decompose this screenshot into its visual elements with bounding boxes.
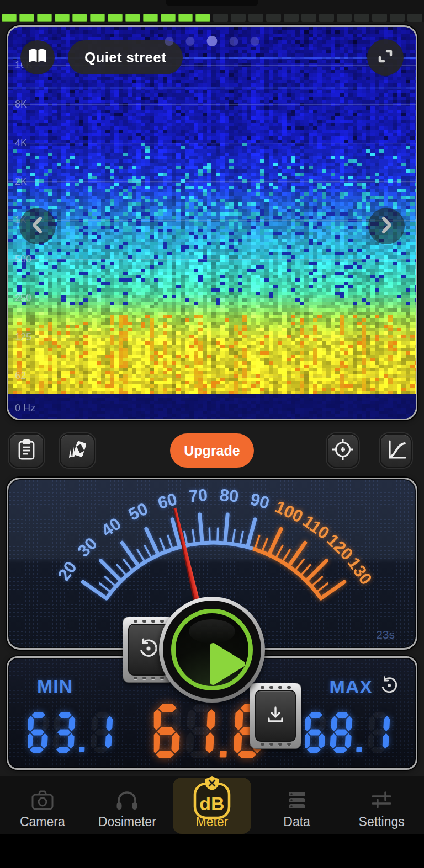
- min-label: MIN: [37, 676, 73, 697]
- led-segment: [266, 14, 281, 22]
- led-segment: [161, 14, 176, 22]
- tab-meter[interactable]: dB Meter: [169, 776, 255, 834]
- freq-label: 125: [15, 331, 31, 343]
- calibration-button[interactable]: [327, 433, 359, 468]
- tab-settings[interactable]: Settings: [339, 776, 424, 834]
- perforation: [250, 686, 301, 689]
- page-indicator: [165, 36, 259, 46]
- elapsed-time: 23s: [376, 628, 395, 641]
- play-icon: [208, 642, 247, 688]
- min-value-display: [28, 712, 119, 756]
- reset-max-icon[interactable]: [379, 676, 399, 698]
- led-segment: [37, 14, 52, 22]
- freq-label: 250: [15, 292, 31, 304]
- page-dot[interactable]: [186, 37, 195, 46]
- spectrogram-canvas[interactable]: [8, 27, 416, 419]
- led-segment: [301, 14, 316, 22]
- tab-label: Settings: [359, 815, 405, 829]
- download-icon: [265, 704, 286, 727]
- freq-label: 500: [15, 254, 31, 265]
- play-button-green-ring: [171, 609, 253, 690]
- freq-label: 4K: [15, 137, 27, 149]
- response-curve-button[interactable]: [380, 433, 412, 468]
- restore-icon: [137, 637, 160, 662]
- led-segment: [213, 14, 228, 22]
- led-segment: [248, 14, 263, 22]
- camera-icon: [30, 786, 55, 815]
- led-segment: [407, 14, 422, 22]
- perforation: [250, 743, 301, 746]
- led-segment: [72, 14, 87, 22]
- tab-dosimeter[interactable]: Dosimeter: [85, 776, 170, 834]
- tab-camera[interactable]: Camera: [0, 776, 85, 834]
- svg-text:80: 80: [219, 485, 239, 506]
- led-segment: [125, 14, 140, 22]
- led-segment: [143, 14, 158, 22]
- page-dot[interactable]: [165, 37, 174, 46]
- expand-icon: [376, 47, 395, 68]
- level-led-strip: [0, 13, 424, 22]
- environment-title: Quiet street: [84, 49, 166, 66]
- svg-text:90: 90: [248, 489, 272, 513]
- page-dot[interactable]: [230, 37, 239, 46]
- svg-text:110: 110: [299, 511, 333, 543]
- led-segment: [231, 14, 246, 22]
- sliders-icon: [369, 786, 394, 815]
- svg-text:100: 100: [272, 497, 306, 527]
- led-segment: [19, 14, 34, 22]
- spectrogram-panel: 16K8K4K2K1K50025012562 0 Hz Quiet street: [7, 25, 417, 420]
- freq-label-zero: 0 Hz: [15, 403, 35, 414]
- chevron-left-icon: [29, 215, 46, 237]
- max-group: MAX: [329, 676, 399, 698]
- svg-text:40: 40: [98, 514, 124, 540]
- tab-bar: Camera Dosimeter dB Meter Data Setting: [0, 776, 424, 834]
- play-button-gloss: [189, 619, 235, 644]
- environments-button[interactable]: [20, 40, 55, 74]
- led-segment: [390, 14, 405, 22]
- upgrade-button[interactable]: Upgrade: [170, 433, 254, 468]
- led-segment: [372, 14, 387, 22]
- upgrade-label: Upgrade: [184, 443, 240, 459]
- page-dot[interactable]: [251, 37, 259, 46]
- led-segment: [195, 14, 210, 22]
- data-stack-icon: [285, 786, 309, 815]
- tab-data[interactable]: Data: [255, 776, 340, 834]
- freq-label: 2K: [15, 176, 27, 187]
- max-label: MAX: [329, 676, 373, 698]
- target-icon: [331, 438, 354, 463]
- svg-text:20: 20: [54, 558, 81, 584]
- svg-text:70: 70: [188, 485, 208, 506]
- page-dot[interactable]: [207, 36, 218, 46]
- led-segment: [319, 14, 334, 22]
- led-segment: [108, 14, 123, 22]
- svg-text:30: 30: [74, 534, 101, 561]
- report-button[interactable]: [9, 433, 44, 468]
- freq-label: 8K: [15, 99, 27, 110]
- previous-page-button[interactable]: [19, 208, 56, 244]
- freq-label: 62: [15, 370, 26, 382]
- tab-label: Data: [283, 815, 310, 829]
- open-book-icon: [28, 48, 47, 67]
- presets-button[interactable]: [60, 433, 95, 468]
- tab-label: Dosimeter: [98, 815, 156, 829]
- led-segment: [178, 14, 193, 22]
- fullscreen-button[interactable]: [367, 39, 404, 76]
- tab-label: Meter: [196, 815, 229, 829]
- app-screen: 16K8K4K2K1K50025012562 0 Hz Quiet street: [0, 0, 424, 868]
- max-value-display: [305, 712, 396, 756]
- save-wing: [250, 683, 301, 749]
- curve-chart-icon: [384, 438, 407, 463]
- tab-label: Camera: [20, 815, 65, 829]
- led-segment: [55, 14, 70, 22]
- play-button[interactable]: [159, 597, 265, 703]
- next-page-button[interactable]: [368, 208, 405, 244]
- save-recording-button[interactable]: [255, 690, 296, 742]
- play-button-ring: [163, 601, 261, 699]
- led-segment: [2, 14, 17, 22]
- led-segment: [337, 14, 352, 22]
- home-area: [0, 834, 424, 868]
- led-segment: [90, 14, 105, 22]
- svg-text:dB: dB: [199, 793, 224, 814]
- chevron-right-icon: [378, 215, 395, 237]
- fanned-cards-icon: [66, 438, 88, 463]
